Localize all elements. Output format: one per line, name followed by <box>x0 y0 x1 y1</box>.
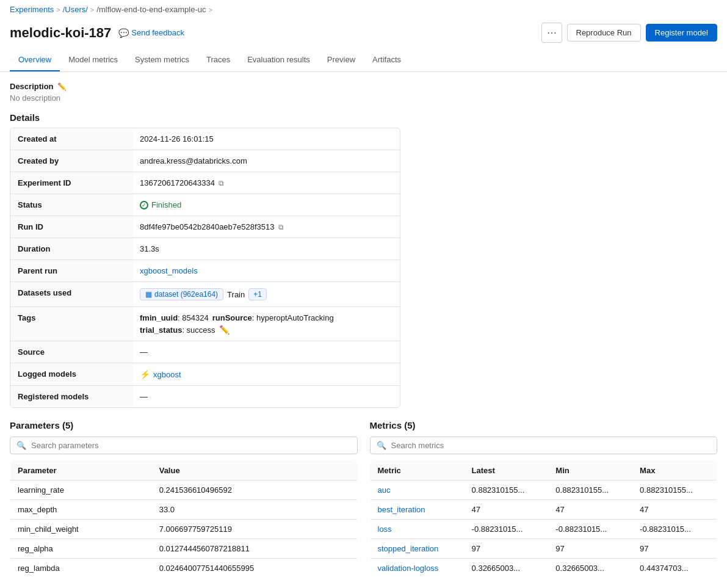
reproduce-run-button[interactable]: Reproduce Run <box>567 24 641 42</box>
tab-preview[interactable]: Preview <box>319 49 364 71</box>
tab-system-metrics[interactable]: System metrics <box>126 49 198 71</box>
table-row: learning_rate0.241536610496592 <box>10 481 358 500</box>
details-key-tags: Tags <box>10 307 132 341</box>
metric-latest: 0.32665003... <box>465 559 549 578</box>
details-value-datasets: ▦ dataset (962ea164) Train +1 <box>132 282 400 307</box>
table-row: min_child_weight7.006697759725119 <box>10 520 358 539</box>
search-params-input[interactable] <box>31 441 351 450</box>
breadcrumb-users[interactable]: /Users/ <box>63 5 88 14</box>
details-row-source: Source — <box>10 341 400 363</box>
metric-max: 47 <box>632 500 717 520</box>
details-row-parent-run: Parent run xgboost_models <box>10 260 400 282</box>
parent-run-link[interactable]: xgboost_models <box>140 266 198 275</box>
xgboost-link-text[interactable]: xgboost <box>153 370 181 379</box>
tab-evaluation-results[interactable]: Evaluation results <box>239 49 319 71</box>
search-metrics-input[interactable] <box>391 441 711 450</box>
table-row: auc0.882310155...0.882310155...0.8823101… <box>370 481 717 500</box>
metric-name[interactable]: validation-logloss <box>370 559 465 578</box>
tab-traces[interactable]: Traces <box>198 49 239 71</box>
metric-max: 0.882310155... <box>632 481 717 500</box>
details-table: Created at 2024-11-26 16:01:15 Created b… <box>10 128 400 408</box>
metric-latest: 47 <box>465 500 549 520</box>
tab-model-metrics[interactable]: Model metrics <box>60 49 126 71</box>
details-value-parent-run: xgboost_models <box>132 260 400 281</box>
breadcrumb-experiments[interactable]: Experiments <box>10 5 54 14</box>
search-params-icon: 🔍 <box>16 441 26 450</box>
tab-artifacts[interactable]: Artifacts <box>364 49 410 71</box>
details-key-run-id: Run ID <box>10 216 132 238</box>
page-content: Description ✏️ No description Details Cr… <box>0 72 727 588</box>
feedback-label: Send feedback <box>131 28 184 37</box>
table-row: stopped_iteration979797 <box>370 539 717 559</box>
metrics-search-box[interactable]: 🔍 <box>370 437 718 454</box>
metric-col-metric: Metric <box>370 461 465 481</box>
register-model-button[interactable]: Register model <box>646 24 717 42</box>
metric-min: 97 <box>548 539 632 559</box>
dataset-train-label: Train <box>227 290 245 299</box>
details-row-experiment-id: Experiment ID 13672061720643334 ⧉ <box>10 172 400 194</box>
table-row: validation-logloss0.32665003...0.3266500… <box>370 559 717 578</box>
details-key-duration: Duration <box>10 238 132 260</box>
status-text: Finished <box>151 200 181 209</box>
edit-description-icon[interactable]: ✏️ <box>57 82 67 91</box>
details-key-source: Source <box>10 341 132 363</box>
details-key-registered-models: Registered models <box>10 386 132 407</box>
details-row-run-id: Run ID 8df4fe97be0542b2840aeb7e528f3513 … <box>10 216 400 238</box>
metric-max: 97 <box>632 539 717 559</box>
metric-latest: 0.882310155... <box>465 481 549 500</box>
metric-col-max: Max <box>632 461 717 481</box>
metric-min: -0.88231015... <box>548 520 632 539</box>
metric-latest: 97 <box>465 539 549 559</box>
metric-name[interactable]: loss <box>370 520 465 539</box>
experiment-id-text: 13672061720643334 <box>140 178 215 187</box>
details-row-status: Status ✓ Finished <box>10 194 400 216</box>
tag-runsource: runSource: hyperoptAutoTracking <box>212 313 334 322</box>
details-row-registered-models: Registered models — <box>10 386 400 407</box>
xgboost-model-link[interactable]: ⚡ xgboost <box>140 369 181 379</box>
details-value-duration: 31.3s <box>132 238 400 260</box>
tab-overview[interactable]: Overview <box>10 49 60 71</box>
details-row-logged-models: Logged models ⚡ xgboost <box>10 363 400 386</box>
table-row: loss-0.88231015...-0.88231015...-0.88231… <box>370 520 717 539</box>
details-key-logged-models: Logged models <box>10 363 132 385</box>
metric-latest: -0.88231015... <box>465 520 549 539</box>
parameters-table: Parameter Value learning_rate0.241536610… <box>10 460 358 578</box>
metric-min: 0.32665003... <box>548 559 632 578</box>
description-label: Description <box>10 82 54 91</box>
search-metrics-icon: 🔍 <box>377 441 386 450</box>
metric-name[interactable]: auc <box>370 481 465 500</box>
details-value-logged-models: ⚡ xgboost <box>132 363 400 385</box>
page-header-left: melodic-koi-187 💬 Send feedback <box>10 25 184 41</box>
details-key-created-at: Created at <box>10 128 132 150</box>
copy-experiment-id-icon[interactable]: ⧉ <box>219 179 224 187</box>
metrics-table: Metric Latest Min Max auc0.882310155...0… <box>370 460 718 578</box>
table-row: reg_lambda0.02464007751440655995 <box>10 559 358 578</box>
no-description: No description <box>10 93 717 103</box>
param-name: min_child_weight <box>10 520 152 539</box>
breadcrumb-sep3: > <box>208 6 212 13</box>
more-options-button[interactable]: ⋯ <box>541 23 562 43</box>
breadcrumb-sep2: > <box>90 6 94 13</box>
details-row-created-at: Created at 2024-11-26 16:01:15 <box>10 128 400 150</box>
parameters-search-box[interactable]: 🔍 <box>10 437 358 454</box>
breadcrumb: Experiments > /Users/ > /mlflow-end-to-e… <box>0 0 727 19</box>
metrics-section: Metrics (5) 🔍 Metric Latest Min Max auc0… <box>370 420 718 578</box>
status-finished: ✓ Finished <box>140 200 181 209</box>
details-value-created-at: 2024-11-26 16:01:15 <box>132 128 400 150</box>
feedback-link[interactable]: 💬 Send feedback <box>118 28 184 38</box>
details-row-created-by: Created by andrea.kress@databricks.com <box>10 150 400 172</box>
details-value-registered-models: — <box>132 386 400 407</box>
metric-name[interactable]: stopped_iteration <box>370 539 465 559</box>
copy-run-id-icon[interactable]: ⧉ <box>278 223 284 231</box>
dataset-badge[interactable]: ▦ dataset (962ea164) <box>140 288 223 300</box>
page-header-right: ⋯ Reproduce Run Register model <box>541 23 718 43</box>
param-name: reg_lambda <box>10 559 152 578</box>
param-value: 7.006697759725119 <box>152 520 357 539</box>
details-value-experiment-id: 13672061720643334 ⧉ <box>132 172 400 194</box>
dataset-plus-badge[interactable]: +1 <box>248 288 267 300</box>
edit-tags-icon[interactable]: ✏️ <box>219 325 230 335</box>
tags-line-2: trial_status: success ✏️ <box>140 325 230 335</box>
metric-name[interactable]: best_iteration <box>370 500 465 520</box>
details-key-parent-run: Parent run <box>10 260 132 281</box>
parameters-title: Parameters (5) <box>10 420 358 430</box>
